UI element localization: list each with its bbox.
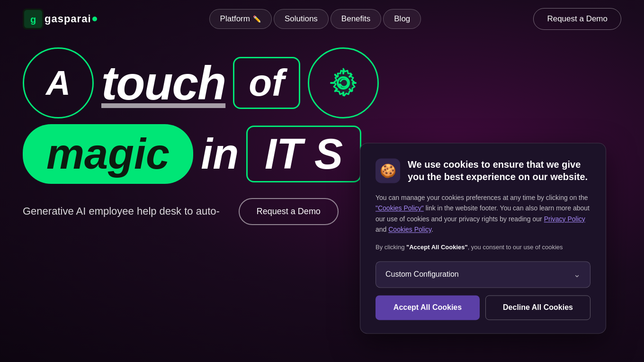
decline-all-cookies-button[interactable]: Decline All Cookies bbox=[485, 295, 590, 320]
cookie-dropdown[interactable]: Custom Configuration ⌄ bbox=[376, 261, 590, 288]
cookie-period: . bbox=[431, 226, 433, 234]
cookie-body: You can manage your cookies preferences … bbox=[376, 192, 590, 235]
privacy-policy-label: Privacy Policy bbox=[544, 215, 585, 223]
cookie-icon: 🍪 bbox=[380, 163, 396, 179]
accept-all-cookies-button[interactable]: Accept All Cookies bbox=[376, 295, 480, 320]
cookie-dropdown-label: Custom Configuration bbox=[385, 270, 459, 279]
cookies-policy-link2[interactable]: Cookies Policy bbox=[388, 226, 431, 234]
cookie-title: We use cookies to ensure that we give yo… bbox=[408, 158, 590, 183]
accept-cookies-quote: "Accept All Cookies" bbox=[406, 244, 468, 251]
cookies-policy-label2: Cookies Policy bbox=[388, 226, 431, 234]
cookie-overlay: 🍪 We use cookies to ensure that we give … bbox=[0, 0, 644, 362]
cookie-by-clicking: By clicking "Accept All Cookies", you co… bbox=[376, 243, 590, 252]
cookie-buttons: Accept All Cookies Decline All Cookies bbox=[376, 295, 590, 320]
cookie-title-wrap: We use cookies to ensure that we give yo… bbox=[408, 158, 590, 184]
cookie-icon-wrap: 🍪 bbox=[376, 158, 400, 183]
by-clicking-rest: , you consent to our use of cookies bbox=[468, 244, 563, 251]
cookie-header: 🍪 We use cookies to ensure that we give … bbox=[376, 158, 590, 184]
cookie-body-text: You can manage your cookies preferences … bbox=[376, 194, 588, 201]
cookie-dropdown-arrow-icon: ⌄ bbox=[573, 269, 581, 280]
by-clicking-text: By clicking bbox=[376, 244, 406, 251]
cookie-modal: 🍪 We use cookies to ensure that we give … bbox=[360, 143, 606, 334]
cookies-policy-label: "Cookies Policy" bbox=[376, 205, 424, 212]
cookies-policy-link[interactable]: "Cookies Policy" bbox=[376, 205, 424, 212]
cookie-and-text: and bbox=[376, 226, 388, 234]
privacy-policy-link[interactable]: Privacy Policy bbox=[544, 215, 585, 223]
